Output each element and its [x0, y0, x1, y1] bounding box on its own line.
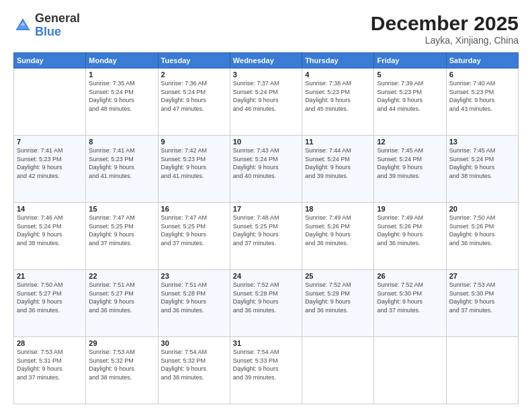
calendar-cell: 11Sunrise: 7:44 AM Sunset: 5:24 PM Dayli… — [302, 136, 374, 203]
day-number: 6 — [449, 71, 515, 79]
day-number: 13 — [449, 138, 515, 146]
calendar-week-row: 21Sunrise: 7:50 AM Sunset: 5:27 PM Dayli… — [14, 270, 519, 337]
day-info: Sunrise: 7:46 AM Sunset: 5:24 PM Dayligh… — [17, 214, 83, 247]
calendar-header-row: SundayMondayTuesdayWednesdayThursdayFrid… — [14, 53, 519, 68]
day-number: 18 — [305, 205, 371, 213]
calendar-cell: 29Sunrise: 7:53 AM Sunset: 5:32 PM Dayli… — [86, 337, 158, 404]
day-number: 5 — [377, 71, 443, 79]
calendar-day-header: Thursday — [302, 53, 374, 68]
calendar-cell: 9Sunrise: 7:42 AM Sunset: 5:23 PM Daylig… — [158, 136, 230, 203]
day-number: 30 — [161, 339, 227, 347]
calendar-cell: 25Sunrise: 7:52 AM Sunset: 5:29 PM Dayli… — [302, 270, 374, 337]
day-number: 2 — [161, 71, 227, 79]
calendar-cell — [302, 337, 374, 404]
day-info: Sunrise: 7:47 AM Sunset: 5:25 PM Dayligh… — [89, 214, 154, 247]
calendar-cell: 13Sunrise: 7:45 AM Sunset: 5:24 PM Dayli… — [446, 136, 518, 203]
day-info: Sunrise: 7:51 AM Sunset: 5:27 PM Dayligh… — [89, 281, 154, 314]
logo-text: General Blue — [35, 12, 80, 39]
day-info: Sunrise: 7:50 AM Sunset: 5:27 PM Dayligh… — [17, 281, 83, 314]
day-info: Sunrise: 7:45 AM Sunset: 5:24 PM Dayligh… — [377, 146, 443, 180]
calendar-cell: 16Sunrise: 7:47 AM Sunset: 5:25 PM Dayli… — [158, 203, 230, 270]
day-info: Sunrise: 7:49 AM Sunset: 5:26 PM Dayligh… — [305, 214, 371, 247]
logo-general: General — [35, 12, 80, 26]
day-number: 3 — [233, 71, 299, 79]
day-info: Sunrise: 7:41 AM Sunset: 5:23 PM Dayligh… — [89, 146, 154, 180]
calendar-cell: 24Sunrise: 7:52 AM Sunset: 5:28 PM Dayli… — [230, 270, 302, 337]
day-number: 23 — [161, 272, 227, 280]
day-info: Sunrise: 7:52 AM Sunset: 5:28 PM Dayligh… — [233, 281, 299, 314]
calendar-cell: 8Sunrise: 7:41 AM Sunset: 5:23 PM Daylig… — [86, 136, 158, 203]
calendar-cell — [374, 337, 446, 404]
day-info: Sunrise: 7:40 AM Sunset: 5:23 PM Dayligh… — [449, 79, 515, 113]
calendar-day-header: Sunday — [14, 53, 86, 68]
day-info: Sunrise: 7:52 AM Sunset: 5:30 PM Dayligh… — [377, 281, 443, 314]
day-info: Sunrise: 7:44 AM Sunset: 5:24 PM Dayligh… — [305, 146, 371, 180]
day-number: 29 — [89, 339, 154, 347]
day-number: 4 — [305, 71, 371, 79]
day-number: 25 — [305, 272, 371, 280]
day-info: Sunrise: 7:50 AM Sunset: 5:26 PM Dayligh… — [449, 214, 515, 247]
calendar-cell: 23Sunrise: 7:51 AM Sunset: 5:28 PM Dayli… — [158, 270, 230, 337]
calendar-cell: 10Sunrise: 7:43 AM Sunset: 5:24 PM Dayli… — [230, 136, 302, 203]
logo-icon — [13, 16, 32, 35]
calendar-week-row: 7Sunrise: 7:41 AM Sunset: 5:23 PM Daylig… — [14, 136, 519, 203]
day-info: Sunrise: 7:52 AM Sunset: 5:29 PM Dayligh… — [305, 281, 371, 314]
day-number: 21 — [17, 272, 83, 280]
day-info: Sunrise: 7:45 AM Sunset: 5:24 PM Dayligh… — [449, 146, 515, 180]
calendar-cell: 17Sunrise: 7:48 AM Sunset: 5:25 PM Dayli… — [230, 203, 302, 270]
day-info: Sunrise: 7:42 AM Sunset: 5:23 PM Dayligh… — [161, 146, 227, 180]
header: General Blue December 2025 Layka, Xinjia… — [13, 12, 519, 46]
calendar-cell: 28Sunrise: 7:53 AM Sunset: 5:31 PM Dayli… — [14, 337, 86, 404]
day-number: 28 — [17, 339, 83, 347]
calendar-day-header: Monday — [86, 53, 158, 68]
calendar-cell: 4Sunrise: 7:38 AM Sunset: 5:23 PM Daylig… — [302, 68, 374, 136]
day-info: Sunrise: 7:39 AM Sunset: 5:23 PM Dayligh… — [377, 79, 443, 113]
day-number: 14 — [17, 205, 83, 213]
day-number: 1 — [89, 71, 154, 79]
calendar-cell: 2Sunrise: 7:36 AM Sunset: 5:24 PM Daylig… — [158, 68, 230, 136]
day-number: 11 — [305, 138, 371, 146]
calendar-day-header: Saturday — [446, 53, 518, 68]
calendar-cell: 1Sunrise: 7:35 AM Sunset: 5:24 PM Daylig… — [86, 68, 158, 136]
day-number: 7 — [17, 138, 83, 146]
logo-blue: Blue — [35, 26, 80, 39]
calendar-cell: 26Sunrise: 7:52 AM Sunset: 5:30 PM Dayli… — [374, 270, 446, 337]
day-number: 27 — [449, 272, 515, 280]
day-number: 19 — [377, 205, 443, 213]
day-number: 16 — [161, 205, 227, 213]
calendar-week-row: 28Sunrise: 7:53 AM Sunset: 5:31 PM Dayli… — [14, 337, 519, 404]
calendar-cell: 12Sunrise: 7:45 AM Sunset: 5:24 PM Dayli… — [374, 136, 446, 203]
day-number: 12 — [377, 138, 443, 146]
calendar-cell — [446, 337, 518, 404]
day-number: 17 — [233, 205, 299, 213]
day-info: Sunrise: 7:49 AM Sunset: 5:26 PM Dayligh… — [377, 214, 443, 247]
month-year: December 2025 — [371, 12, 519, 35]
page: General Blue December 2025 Layka, Xinjia… — [0, 0, 532, 411]
calendar-day-header: Wednesday — [230, 53, 302, 68]
calendar-cell: 6Sunrise: 7:40 AM Sunset: 5:23 PM Daylig… — [446, 68, 518, 136]
calendar-cell: 31Sunrise: 7:54 AM Sunset: 5:33 PM Dayli… — [230, 337, 302, 404]
day-number: 9 — [161, 138, 227, 146]
calendar-table: SundayMondayTuesdayWednesdayThursdayFrid… — [13, 52, 519, 404]
calendar-cell: 18Sunrise: 7:49 AM Sunset: 5:26 PM Dayli… — [302, 203, 374, 270]
day-number: 31 — [233, 339, 299, 347]
day-number: 22 — [89, 272, 154, 280]
day-number: 24 — [233, 272, 299, 280]
location: Layka, Xinjiang, China — [371, 35, 519, 46]
calendar-day-header: Tuesday — [158, 53, 230, 68]
day-info: Sunrise: 7:41 AM Sunset: 5:23 PM Dayligh… — [17, 146, 83, 180]
calendar-cell: 21Sunrise: 7:50 AM Sunset: 5:27 PM Dayli… — [14, 270, 86, 337]
day-info: Sunrise: 7:37 AM Sunset: 5:24 PM Dayligh… — [233, 79, 299, 113]
day-info: Sunrise: 7:48 AM Sunset: 5:25 PM Dayligh… — [233, 214, 299, 247]
day-info: Sunrise: 7:47 AM Sunset: 5:25 PM Dayligh… — [161, 214, 227, 247]
day-number: 10 — [233, 138, 299, 146]
calendar-cell: 15Sunrise: 7:47 AM Sunset: 5:25 PM Dayli… — [86, 203, 158, 270]
calendar-cell: 30Sunrise: 7:54 AM Sunset: 5:32 PM Dayli… — [158, 337, 230, 404]
calendar-cell: 19Sunrise: 7:49 AM Sunset: 5:26 PM Dayli… — [374, 203, 446, 270]
day-number: 20 — [449, 205, 515, 213]
day-number: 26 — [377, 272, 443, 280]
calendar-cell: 3Sunrise: 7:37 AM Sunset: 5:24 PM Daylig… — [230, 68, 302, 136]
calendar-cell: 27Sunrise: 7:53 AM Sunset: 5:30 PM Dayli… — [446, 270, 518, 337]
day-number: 15 — [89, 205, 154, 213]
day-info: Sunrise: 7:53 AM Sunset: 5:32 PM Dayligh… — [89, 348, 154, 381]
